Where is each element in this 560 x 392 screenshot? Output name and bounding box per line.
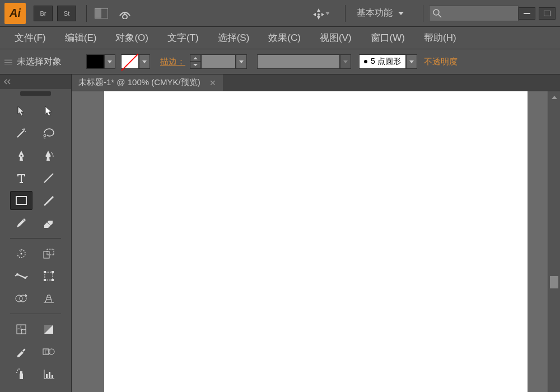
- svg-point-2: [123, 15, 127, 19]
- search-box[interactable]: [429, 6, 519, 21]
- svg-rect-15: [45, 272, 53, 280]
- svg-rect-28: [20, 374, 23, 379]
- menu-help[interactable]: 帮助(H): [416, 28, 464, 48]
- svg-point-7: [44, 134, 46, 137]
- scale-tool[interactable]: [38, 244, 60, 263]
- brush-field[interactable]: 5 点圆形: [359, 54, 406, 69]
- stroke-swatch: [121, 54, 139, 69]
- maximize-button[interactable]: [539, 7, 556, 20]
- selection-tool[interactable]: [10, 101, 32, 120]
- perspective-tool[interactable]: [38, 289, 60, 308]
- svg-rect-0: [95, 8, 108, 18]
- magic-wand-tool[interactable]: [10, 124, 32, 143]
- svg-point-3: [318, 13, 320, 16]
- pencil-tool[interactable]: [10, 213, 32, 232]
- svg-point-8: [21, 155, 22, 157]
- menu-window[interactable]: 窗口(W): [363, 28, 413, 48]
- close-icon[interactable]: ✕: [209, 78, 216, 87]
- width-tool[interactable]: [10, 267, 32, 286]
- curvature-tool[interactable]: [38, 146, 60, 165]
- document-tab[interactable]: 未标题-1* @ 100% (CMYK/预览) ✕: [72, 74, 223, 91]
- mesh-tool[interactable]: [10, 320, 32, 339]
- fill-dropdown[interactable]: [104, 54, 115, 69]
- menu-view[interactable]: 视图(V): [312, 28, 360, 48]
- svg-rect-9: [16, 197, 26, 204]
- rectangle-tool[interactable]: [10, 191, 32, 210]
- svg-rect-22: [17, 325, 26, 334]
- free-transform-tool[interactable]: [38, 267, 60, 286]
- tool-separator: [10, 238, 61, 239]
- tools-collapse[interactable]: [0, 74, 71, 89]
- profile-dropdown[interactable]: [340, 54, 351, 69]
- gradient-tool[interactable]: [38, 320, 60, 339]
- svg-point-26: [49, 349, 54, 354]
- svg-rect-6: [544, 11, 550, 16]
- line-tool[interactable]: [38, 169, 60, 188]
- menu-edit[interactable]: 编辑(E): [57, 28, 105, 48]
- svg-rect-16: [44, 271, 46, 273]
- selection-status: 未选择对象: [17, 56, 62, 68]
- stroke-weight-dropdown[interactable]: [236, 54, 247, 69]
- svg-point-10: [21, 253, 22, 255]
- menu-object[interactable]: 对象(O): [108, 28, 156, 48]
- menu-type[interactable]: 文字(T): [160, 28, 207, 48]
- workspace-switcher[interactable]: 基本功能: [351, 5, 409, 21]
- pen-tool[interactable]: [10, 146, 32, 165]
- divider: [86, 5, 87, 22]
- shape-builder-tool[interactable]: [10, 289, 32, 308]
- svg-rect-23: [44, 325, 53, 334]
- menu-effect[interactable]: 效果(C): [260, 28, 309, 48]
- sync-settings-button[interactable]: [311, 6, 329, 21]
- stroke-control[interactable]: [121, 54, 150, 69]
- opacity-label[interactable]: 不透明度: [424, 57, 458, 67]
- menu-select[interactable]: 选择(S): [210, 28, 258, 48]
- artboard[interactable]: [104, 91, 528, 392]
- svg-rect-19: [52, 279, 54, 281]
- document-tabs: 未标题-1* @ 100% (CMYK/预览) ✕: [72, 74, 560, 91]
- menu-file[interactable]: 文件(F): [7, 28, 54, 48]
- minimize-button[interactable]: [519, 7, 535, 20]
- svg-rect-18: [44, 279, 46, 281]
- stroke-spinner[interactable]: [190, 54, 201, 69]
- rotate-tool[interactable]: [10, 244, 32, 263]
- svg-point-20: [16, 295, 22, 302]
- arrange-documents-button[interactable]: [92, 6, 110, 21]
- fill-control[interactable]: [86, 54, 115, 69]
- gpu-preview-button[interactable]: [116, 6, 134, 21]
- vertical-scrollbar[interactable]: [548, 91, 560, 392]
- stroke-weight-label[interactable]: 描边：: [160, 57, 185, 67]
- document-area: 未标题-1* @ 100% (CMYK/预览) ✕: [72, 74, 560, 392]
- svg-point-4: [433, 10, 439, 15]
- svg-rect-29: [20, 371, 22, 374]
- svg-point-31: [18, 368, 20, 370]
- direct-selection-tool[interactable]: [38, 101, 60, 120]
- type-tool[interactable]: [10, 169, 32, 188]
- svg-rect-17: [52, 271, 54, 273]
- svg-rect-34: [49, 372, 50, 378]
- options-grip[interactable]: [4, 54, 12, 69]
- canvas-viewport[interactable]: [72, 91, 560, 392]
- tools-grip[interactable]: [20, 91, 51, 96]
- scroll-thumb[interactable]: [550, 276, 558, 288]
- eyedropper-tool[interactable]: [10, 342, 32, 361]
- lasso-tool[interactable]: [38, 124, 60, 143]
- symbol-sprayer-tool[interactable]: [10, 365, 32, 384]
- svg-rect-33: [46, 374, 48, 378]
- svg-point-30: [17, 370, 18, 371]
- profile-field[interactable]: [257, 54, 340, 69]
- stroke-weight-field[interactable]: [201, 54, 236, 69]
- paintbrush-tool[interactable]: [38, 191, 60, 210]
- brush-dropdown[interactable]: [406, 54, 417, 69]
- svg-rect-35: [52, 375, 53, 378]
- stroke-dropdown[interactable]: [139, 54, 150, 69]
- divider: [345, 5, 346, 22]
- svg-point-13: [16, 273, 18, 276]
- bridge-button[interactable]: Br: [34, 6, 53, 21]
- stock-button[interactable]: St: [57, 6, 76, 21]
- blend-tool[interactable]: [38, 342, 60, 361]
- scroll-up-button[interactable]: [548, 91, 560, 104]
- graph-tool[interactable]: [38, 365, 60, 384]
- svg-rect-25: [43, 349, 49, 354]
- svg-rect-24: [44, 325, 53, 334]
- eraser-tool[interactable]: [38, 213, 60, 232]
